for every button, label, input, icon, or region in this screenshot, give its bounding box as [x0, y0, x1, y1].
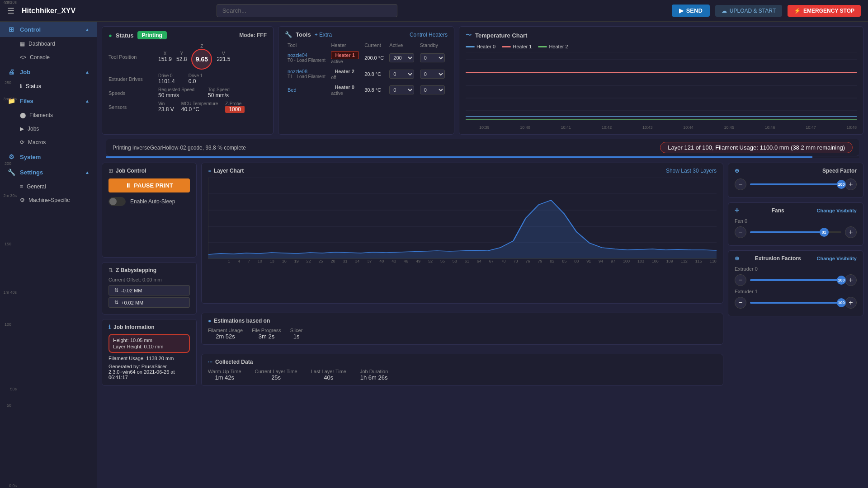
- speed-factor-track[interactable]: 100: [750, 183, 841, 185]
- extruder0-plus-button[interactable]: +: [845, 274, 857, 286]
- extruder1-minus-button[interactable]: −: [735, 297, 746, 309]
- heater-badge: Heater 2: [331, 68, 358, 75]
- layer-chart-svg: [208, 178, 717, 259]
- mcu-temp: MCU Temperature 40.0 °C: [181, 101, 218, 113]
- standby-select[interactable]: 0: [420, 85, 445, 94]
- tools-title: Tools: [296, 31, 311, 38]
- extruder1-thumb[interactable]: 100: [837, 298, 846, 307]
- col-active: Active: [387, 42, 417, 49]
- sidebar-item-general[interactable]: ≡ General: [20, 180, 97, 193]
- progress-text: Printing inverseGearHollow-02.gcode, 93.…: [113, 145, 246, 151]
- active-select[interactable]: 0: [389, 85, 414, 94]
- job-control-icon: ⊞: [108, 168, 113, 174]
- zbaby-plus-button[interactable]: ⇅ +0.02 MM: [108, 297, 190, 308]
- upload-start-button[interactable]: ☁ UPLOAD & START: [715, 5, 782, 17]
- fan0-plus-button[interactable]: +: [845, 226, 857, 238]
- extruder1-plus-button[interactable]: +: [845, 297, 857, 309]
- layer-chart-title-row: ≈ Layer Chart: [208, 168, 244, 174]
- sidebar-item-filaments[interactable]: ⬤ Filaments: [20, 108, 97, 122]
- nozzle-link[interactable]: nozzle08: [288, 69, 326, 74]
- send-button[interactable]: ▶ SEND: [672, 5, 710, 17]
- tool-position-values: X 151.9 Y 52.8 Z 9.65 V: [158, 44, 230, 70]
- job-info-panel: ℹ Job Information Height: 10.05 mm Layer…: [102, 319, 197, 386]
- extrusion-factors-panel: ⊗ Extrusion Factors Change Visibility Ex…: [728, 250, 863, 316]
- emergency-stop-button[interactable]: ⚡ EMERGENCY STOP: [788, 5, 861, 17]
- extrusion-change-visibility-button[interactable]: Change Visibility: [817, 256, 857, 261]
- z-value-highlighted: 9.65: [191, 49, 212, 70]
- console-icon: <>: [20, 54, 26, 61]
- extruder0-minus-button[interactable]: −: [735, 274, 746, 286]
- extruder1-fill: [750, 302, 841, 304]
- sidebar-item-machine-specific[interactable]: ⚙ Machine-Specific: [20, 193, 97, 207]
- chevron-up-icon-settings: ▲: [85, 170, 90, 175]
- pause-print-button[interactable]: ⏸ PAUSE PRINT: [108, 178, 190, 192]
- app-title: Hitchhiker_XYV: [22, 7, 75, 15]
- sidebar-item-dashboard[interactable]: ▦ Dashboard: [20, 37, 97, 51]
- layer-info: Layer 121 of 100, Filament Usage: 1100.0…: [660, 142, 853, 153]
- heater-badge: Heater 0: [331, 84, 358, 91]
- nozzle-link[interactable]: Bed: [288, 87, 326, 93]
- coll-warmup: Warm-Up Time 1m 42s: [208, 369, 241, 381]
- control-heaters-button[interactable]: Control Heaters: [410, 32, 448, 38]
- req-speed-value: 50 mm/s: [158, 92, 179, 99]
- standby-select[interactable]: 0: [420, 53, 445, 62]
- dashboard-icon: ▦: [20, 41, 25, 47]
- speed-minus-button[interactable]: −: [735, 178, 746, 190]
- sidebar-item-status[interactable]: ℹ Status: [20, 80, 97, 93]
- extruder-drives-label: Extruder Drives: [108, 76, 158, 82]
- search-input[interactable]: [217, 4, 397, 17]
- speed-factor-thumb[interactable]: 100: [837, 180, 846, 189]
- extruder0-thumb[interactable]: 100: [837, 276, 846, 285]
- warmup-label: Warm-Up Time: [208, 369, 241, 374]
- v-label: V: [217, 51, 230, 56]
- sidebar-item-jobs[interactable]: ▶ Jobs: [20, 122, 97, 136]
- fan0-thumb[interactable]: 81: [820, 228, 829, 237]
- temp-chart-title: Temperature Chart: [475, 32, 527, 39]
- show-last-layers-button[interactable]: Show Last 30 Layers: [666, 168, 717, 174]
- zbaby-title: Z Babystepping: [116, 267, 156, 273]
- nozzle-link[interactable]: nozzle04: [288, 52, 326, 58]
- estimations-items: Filament Usage 2m 52s File Progress 3m 2…: [208, 328, 717, 340]
- fan0-track[interactable]: 81: [750, 231, 841, 233]
- heater-status: off: [331, 75, 359, 80]
- est-filament-label: Filament Usage: [208, 328, 243, 333]
- y-label: Y: [176, 51, 187, 56]
- zbaby-minus-button[interactable]: ⇅ -0.02 MM: [108, 285, 190, 296]
- speed-factor-fill: [750, 183, 841, 185]
- active-select[interactable]: 200: [389, 53, 414, 62]
- zprobe: Z-Probe 1000: [225, 101, 245, 113]
- heater2-legend-label: Heater 2: [549, 44, 568, 49]
- zbaby-plus-icon: ⇅: [114, 300, 118, 305]
- legend-heater2: Heater 2: [538, 44, 568, 49]
- fan0-minus-button[interactable]: −: [735, 226, 746, 238]
- fan0-label: Fan 0: [735, 218, 857, 224]
- main-content: ● Status Printing Mode: FFF Tool Positio…: [97, 22, 868, 488]
- sensors-row: Sensors Vin 23.8 V MCU Temperature 40.0 …: [108, 101, 267, 113]
- col-tool: Tool: [285, 42, 328, 49]
- height-row: Height: 10.05 mm: [113, 338, 185, 343]
- speed-factor-header: ⊕ Speed Factor: [735, 168, 857, 174]
- auto-sleep-toggle[interactable]: [108, 197, 126, 206]
- status-icon: ℹ: [20, 83, 22, 89]
- fans-change-visibility-button[interactable]: Change Visibility: [817, 208, 857, 213]
- tool-position-label: Tool Position: [108, 54, 158, 60]
- tools-table: Tool Heater Current Active Standby nozzl…: [285, 42, 448, 98]
- legend-heater0: Heater 0: [466, 44, 495, 49]
- tools-extra-button[interactable]: + Extra: [315, 32, 332, 38]
- drive0-value: 1101.4: [158, 78, 175, 84]
- extruder1-slider-row: − 100 +: [735, 297, 857, 309]
- sidebar-item-macros[interactable]: ⟳ Macros: [20, 136, 97, 149]
- speed-plus-button[interactable]: +: [845, 178, 857, 190]
- extrusion-title: Extrusion Factors: [755, 255, 801, 262]
- active-select[interactable]: 0: [389, 70, 414, 79]
- est-file-progress: File Progress 3m 2s: [252, 328, 281, 340]
- standby-select[interactable]: 0: [420, 70, 445, 79]
- fans-icon: ✛: [735, 207, 739, 214]
- layer-chart-header: ≈ Layer Chart Show Last 30 Layers: [208, 168, 717, 174]
- extruder0-track[interactable]: 100: [750, 279, 841, 281]
- req-speed-label: Requested Speed: [158, 87, 194, 92]
- fans-header: ✛ Fans Change Visibility: [735, 207, 857, 214]
- extruder1-track[interactable]: 100: [750, 302, 841, 304]
- sidebar-item-console[interactable]: <> Console: [20, 51, 97, 64]
- estimations-icon: ●: [208, 318, 211, 324]
